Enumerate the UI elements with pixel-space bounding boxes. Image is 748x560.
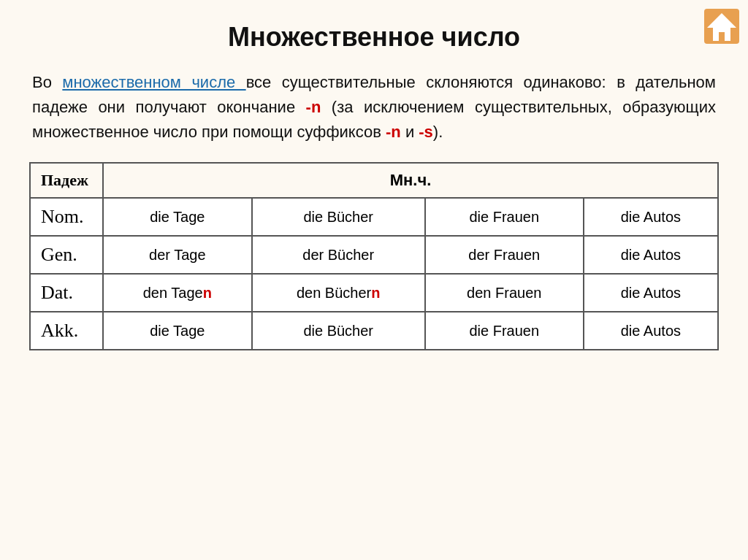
akk-col1: die Tage (103, 312, 252, 350)
akk-col2: die Bücher (252, 312, 425, 350)
table-header-plural: Мн.ч. (103, 163, 718, 198)
gen-col3: der Frauen (425, 236, 584, 274)
intro-end: ). (433, 123, 443, 141)
home-icon-container[interactable] (704, 9, 739, 47)
case-gen: Gen. (30, 236, 103, 274)
table-row-nom: Nom. die Tage die Bücher die Frauen die … (30, 198, 718, 236)
table-row-akk: Akk. die Tage die Bücher die Frauen die … (30, 312, 718, 350)
gen-col2: der Bücher (252, 236, 425, 274)
dat-col1: den Tagen (103, 274, 252, 312)
intro-text: Во множественном числе все существительн… (29, 70, 719, 145)
akk-col4: die Autos (584, 312, 718, 350)
table-row-gen: Gen. der Tage der Bücher der Frauen die … (30, 236, 718, 274)
table-row-dat: Dat. den Tagen den Büchern den Frauen di… (30, 274, 718, 312)
intro-and: и (401, 123, 419, 141)
intro-s: -s (419, 123, 433, 141)
page-title: Множественное число (29, 22, 719, 53)
gen-col1: der Tage (103, 236, 252, 274)
dat-col2-n: n (371, 285, 380, 301)
gen-col4: die Autos (584, 236, 718, 274)
page-container: Множественное число Во множественном чис… (0, 0, 748, 560)
nom-col4: die Autos (584, 198, 718, 236)
case-nom: Nom. (30, 198, 103, 236)
dat-col4: die Autos (584, 274, 718, 312)
intro-n2: -n (386, 123, 401, 141)
nom-col3: die Frauen (425, 198, 584, 236)
grammar-table: Падеж Мн.ч. Nom. die Tage die Bücher die… (29, 162, 719, 350)
nom-col2: die Bücher (252, 198, 425, 236)
intro-n-suffix: -n (306, 98, 321, 116)
nom-col1: die Tage (103, 198, 252, 236)
case-akk: Akk. (30, 312, 103, 350)
table-header-case: Падеж (30, 163, 103, 198)
akk-col3: die Frauen (425, 312, 584, 350)
dat-col1-n: n (203, 285, 212, 301)
intro-link: множественном числе (62, 73, 245, 91)
dat-col3: den Frauen (425, 274, 584, 312)
home-icon[interactable] (704, 9, 739, 44)
dat-col2: den Büchern (252, 274, 425, 312)
intro-prefix: Во (32, 73, 62, 91)
case-dat: Dat. (30, 274, 103, 312)
